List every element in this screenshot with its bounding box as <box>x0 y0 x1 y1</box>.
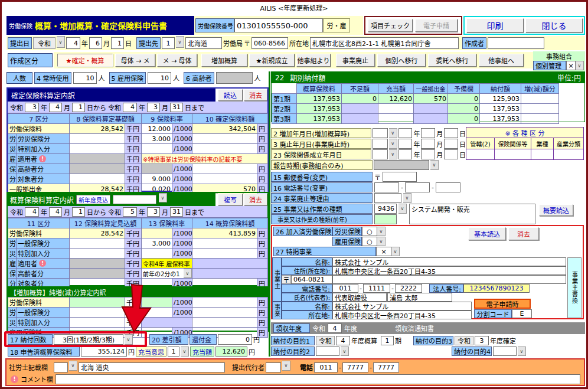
employer-addr-field[interactable]: 札幌市中央区北一条西20丁目4-35 <box>332 266 566 275</box>
worksite-addr-field[interactable]: 札幌市中央区北一条西20丁目4-35 <box>332 310 472 319</box>
gaisan-y1[interactable]: 4 <box>25 207 39 217</box>
mokuteki1-year[interactable]: 4 <box>336 336 350 345</box>
gyoushu-text-field[interactable]: システム開発・販売 <box>409 204 535 224</box>
gaisan-m2[interactable]: 3 <box>147 207 160 217</box>
kubun-btn-botai-me[interactable]: 母体 → メ <box>115 54 155 67</box>
kakutei-y2[interactable]: 4 <box>123 103 137 112</box>
month-field[interactable] <box>421 149 435 159</box>
amount[interactable]: 413,859 <box>192 228 257 238</box>
amount[interactable] <box>192 134 257 144</box>
tel3-field[interactable] <box>436 182 460 192</box>
close-button[interactable]: 閉じる <box>525 18 583 32</box>
day-field[interactable] <box>444 128 458 138</box>
print-button[interactable]: 印刷 <box>466 18 524 32</box>
postal-change-field[interactable] <box>383 172 417 182</box>
employer-tel1[interactable]: 011 <box>332 284 358 293</box>
kubun-btn-shinki[interactable]: ★新規成立 <box>249 54 295 67</box>
chevron-down-icon[interactable] <box>403 193 411 203</box>
mikomi-select[interactable]: 前年と同額 <box>113 195 156 204</box>
employer-postal-field[interactable]: 064-0821 <box>291 275 332 284</box>
amount[interactable] <box>192 308 257 318</box>
amount[interactable] <box>192 298 257 308</box>
chevron-down-icon[interactable] <box>184 269 192 278</box>
chevron-down-icon[interactable] <box>181 346 189 357</box>
base-amount[interactable]: 28,542 <box>70 124 125 134</box>
juto-ishi-field[interactable]: 1 <box>168 346 179 357</box>
amount[interactable] <box>192 249 257 259</box>
employer-tel3[interactable]: 2222 <box>395 284 422 293</box>
rate[interactable] <box>142 298 172 308</box>
kobetsu-kanri-value[interactable]: × <box>566 61 576 70</box>
chevron-down-icon[interactable] <box>69 361 77 371</box>
houjin-field[interactable]: 1234567890123 <box>463 284 530 293</box>
chevron-down-icon[interactable] <box>341 346 349 356</box>
base-amount[interactable]: 28,542 <box>70 228 125 238</box>
rate[interactable]: 12.000 <box>142 124 172 134</box>
gaiyou-read-button[interactable]: 概要読込 <box>539 204 573 216</box>
gaisan-y2[interactable]: 5 <box>123 207 137 217</box>
year-field[interactable] <box>398 149 413 159</box>
dest-field[interactable]: 1 <box>162 37 175 49</box>
kanpu-field[interactable]: 0 <box>218 334 252 345</box>
amount[interactable] <box>192 318 257 328</box>
daikou-select[interactable] <box>266 362 281 372</box>
amount[interactable] <box>192 238 257 249</box>
kakutei-y1[interactable]: 3 <box>25 103 39 112</box>
shinkokuzumi-field[interactable]: 355,124 <box>81 346 127 357</box>
amount[interactable] <box>192 174 257 184</box>
base-amount[interactable] <box>70 318 125 328</box>
kubun-btn-haishi[interactable]: 事業廃止 <box>336 54 375 67</box>
bureau-postal-field[interactable]: 060-8566 <box>251 37 288 49</box>
chevron-down-icon[interactable] <box>377 237 386 246</box>
rate[interactable]: 3.000 <box>142 134 172 144</box>
era-select[interactable] <box>373 139 388 149</box>
chevron-down-icon[interactable] <box>125 334 133 345</box>
rate[interactable]: 3.000 <box>142 238 172 249</box>
rouhoken-bango-field[interactable]: 01301055550-000 <box>234 18 323 32</box>
bureau-addr-field[interactable]: 札幌市北区北8西2-1-1 札幌第1合同庁舎 <box>310 37 459 49</box>
chevron-down-icon[interactable] <box>282 361 290 371</box>
day-field[interactable] <box>444 139 458 149</box>
mokuteki4-select[interactable] <box>493 346 517 356</box>
base-amount[interactable] <box>70 134 125 144</box>
rep-name-field[interactable]: 浦島 太郎 <box>387 293 452 302</box>
employer-postal-rest-field[interactable] <box>332 275 566 284</box>
amount[interactable] <box>192 164 257 174</box>
sharoushi-select[interactable] <box>54 362 68 372</box>
kakutei-d1[interactable]: 1 <box>72 103 85 112</box>
base-amount[interactable] <box>70 249 125 259</box>
kubun-btn-kakutei-gaisan[interactable]: ★確定・概算 <box>57 54 113 67</box>
basic-read-button[interactable]: 基本読込 <box>468 227 506 240</box>
chevron-down-icon[interactable] <box>389 139 397 149</box>
gaisan-d2[interactable]: 31 <box>170 207 183 217</box>
kubun-btn-kobetsu-ikou[interactable]: 個別へ移行 <box>377 54 426 67</box>
submit-day-field[interactable]: 1 <box>111 37 124 49</box>
phone2-field[interactable]: 7777 <box>342 362 368 372</box>
rate[interactable] <box>142 249 172 259</box>
chevron-down-icon[interactable] <box>391 247 400 256</box>
submit-year-field[interactable]: 4 <box>66 37 80 49</box>
kubun-btn-zouka[interactable]: 増加概算 <box>201 54 247 67</box>
chevron-down-icon[interactable] <box>57 36 65 48</box>
prefecture-field[interactable]: 北海道 <box>185 37 222 49</box>
chevron-down-icon[interactable] <box>398 204 407 214</box>
chevron-down-icon[interactable] <box>159 193 167 202</box>
ryoshu-year-field[interactable]: 4 <box>328 323 342 333</box>
chevron-down-icon[interactable] <box>576 61 584 70</box>
sharoushi-field[interactable]: 北海 道央 <box>79 362 225 372</box>
phone1-field[interactable]: 011 <box>314 362 338 372</box>
gyoushu-code-field[interactable]: 9436 <box>374 204 397 214</box>
base-amount[interactable] <box>70 174 125 184</box>
year-field[interactable] <box>398 139 413 149</box>
kakutei-d2[interactable]: 31 <box>170 103 183 112</box>
amount[interactable] <box>192 144 257 154</box>
kakutei-clear-button[interactable]: 消去 <box>244 89 267 101</box>
worksite-name-field[interactable]: 株式会社 サンプル <box>332 302 472 310</box>
base-amount[interactable] <box>70 238 125 249</box>
gaisan-clear-button[interactable]: 消去 <box>244 194 267 205</box>
comment-field[interactable] <box>55 374 580 384</box>
gaisan-m1[interactable]: 4 <box>49 207 62 217</box>
rousai-select[interactable]: ○ <box>362 227 377 236</box>
gaisan-d1[interactable]: 1 <box>72 207 85 217</box>
chevron-down-icon[interactable] <box>389 149 397 159</box>
